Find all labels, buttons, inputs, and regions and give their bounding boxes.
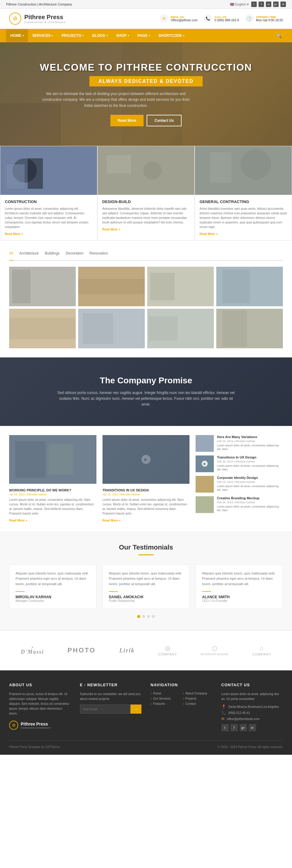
portfolio-item[interactable]: [147, 267, 214, 306]
company-icon-1: ◎: [165, 645, 170, 652]
portfolio-item[interactable]: [9, 309, 76, 348]
nav-features[interactable]: Features: [151, 702, 180, 706]
portfolio-item[interactable]: [216, 309, 283, 348]
blog-img-2: ▶: [102, 435, 190, 484]
footer-nav-cols: Home Our Services Features About Company…: [151, 692, 212, 707]
service-card-construction: CONSTRUCTION Lorem ipsum dolor sit amet,…: [0, 146, 97, 241]
heart-icon[interactable]: ♥: [281, 2, 286, 7]
nav-item-home[interactable]: HOME ▾: [6, 29, 28, 42]
email-icon-footer: ✉: [221, 717, 225, 721]
nav-item-shop[interactable]: SHOP ▾: [112, 29, 133, 42]
filter-all[interactable]: All: [9, 250, 13, 260]
blog-title-main-2: TRANSITIONS IN UX DESIGN: [102, 488, 190, 492]
nav-projects[interactable]: Projects: [183, 697, 212, 700]
svg-rect-32: [48, 444, 73, 475]
logo-text: Pithree Press Construction & Architectur…: [24, 14, 66, 24]
portfolio-item[interactable]: [78, 309, 145, 348]
svg-rect-7: [28, 158, 43, 189]
footer-facebook-icon[interactable]: f: [231, 724, 238, 731]
read-more-contracting[interactable]: Read More »: [199, 232, 287, 236]
partner-logo-2: PHOTO: [67, 640, 96, 661]
googleplus-icon[interactable]: g+: [273, 2, 279, 7]
svg-rect-31: [15, 441, 45, 478]
testimonial-name-2: DANIEL AMOKACHI: [109, 595, 184, 599]
svg-rect-25: [83, 313, 113, 344]
filter-buildings[interactable]: Buildings: [45, 250, 60, 257]
footer-newsletter: E - NEWSLETTER Subscribe to our newslett…: [80, 683, 142, 731]
svg-rect-34: [196, 435, 214, 452]
testimonials-title: Our Testimonials: [9, 544, 283, 551]
facebook-icon[interactable]: f: [259, 2, 264, 7]
blog-side-thumb-3: [196, 476, 214, 493]
footer-bottom: Pithree Press Template by GSTHeme © 2020…: [9, 740, 283, 749]
portfolio-item[interactable]: [216, 267, 283, 306]
logo[interactable]: ⚙ Pithree Press Construction & Architect…: [9, 12, 66, 25]
service-content-contracting: GENERAL CONTRACTING Animi blanditiis inv…: [195, 195, 292, 240]
service-img-contracting: [195, 146, 292, 195]
filter-decoration[interactable]: Decoration: [66, 250, 83, 257]
filter-architecture[interactable]: Architecture: [19, 250, 39, 257]
blog-side-item-1: Here Are Many Variations Feb 26, 2015 | …: [196, 435, 283, 452]
dot-1[interactable]: [137, 615, 140, 618]
nav-about[interactable]: About Company: [183, 692, 212, 695]
footer-linkedin-icon[interactable]: in: [249, 724, 256, 731]
svg-rect-6: [6, 164, 25, 189]
nav-contact[interactable]: Contact: [183, 702, 212, 706]
twitter-icon[interactable]: t: [251, 2, 257, 7]
testimonial-name-3: ALANCE SMITH: [202, 595, 277, 599]
hero-desc: We aim to eliminate the task of dividing…: [40, 91, 192, 109]
top-bar: Pithree Construction | Architecture Comp…: [0, 0, 292, 9]
dot-4[interactable]: [152, 615, 155, 618]
contact-us-button[interactable]: Contact Us: [147, 115, 182, 126]
svg-point-13: [240, 149, 271, 180]
nav-item-blogs[interactable]: BLOGS ▾: [88, 29, 112, 42]
blog-side-thumb-4: [196, 496, 214, 513]
portfolio-item[interactable]: [9, 267, 76, 306]
header: ⚙ Pithree Press Construction & Architect…: [0, 9, 292, 29]
language-selector[interactable]: 🇬🇧 English ▾: [230, 2, 249, 6]
newsletter-submit[interactable]: →: [130, 705, 141, 714]
read-more-construction[interactable]: Read More »: [5, 232, 93, 236]
testimonials-grid: Aliquam quis lobortis lorem, quis malesu…: [9, 564, 283, 609]
footer-logo[interactable]: ⚙ Pithree Press Construction & Architect…: [9, 721, 71, 730]
nav-home[interactable]: Home: [151, 692, 180, 695]
read-more-blog-2[interactable]: Read More »: [102, 519, 190, 522]
svg-rect-9: [107, 155, 131, 174]
filter-renovation[interactable]: Renovation: [90, 250, 108, 257]
blog-desc-2: Lorem ipsum dolor sit amet, consectetur …: [102, 497, 190, 516]
blog-title-main-1: WORKING PRINCIPLE, DO WE WORK?: [9, 488, 96, 492]
linkedin-icon[interactable]: in: [266, 2, 271, 7]
footer-googleplus-icon[interactable]: g+: [240, 724, 247, 731]
dot-2[interactable]: [142, 615, 145, 618]
footer-twitter-icon[interactable]: t: [221, 724, 229, 731]
social-icons: t f in g+ ♥: [251, 2, 286, 7]
phone-info: CALL US 0 (666) 888-182-8: [215, 16, 239, 22]
newsletter-form: →: [80, 705, 142, 714]
blog-side-content-3: Corporate Identity Design Feb 26, 2015 |…: [217, 476, 283, 493]
nav-item-projects[interactable]: PROJECTS ▾: [57, 29, 88, 42]
read-more-button[interactable]: Read More: [110, 115, 143, 126]
newsletter-input[interactable]: [80, 705, 131, 714]
nav-item-page[interactable]: PAGE ▾: [133, 29, 154, 42]
nav-services[interactable]: Our Services: [151, 697, 180, 700]
footer-grid: ABOUT US Praesent eu purus, luctus et te…: [9, 683, 283, 731]
search-icon[interactable]: 🔍: [272, 29, 286, 42]
nav-item-services[interactable]: SERVICES ▾: [28, 29, 57, 42]
testimonial-role-1: Manager Constructor: [15, 599, 90, 602]
portfolio-item[interactable]: [78, 267, 145, 306]
read-more-design[interactable]: Read More »: [102, 228, 190, 231]
footer-contact-text: Lorem ipsum dolor sit amet, adipiscing d…: [221, 692, 283, 702]
blog-side-item-4: Creative Branding Mockup Feb 26, 2015 | …: [196, 496, 283, 513]
nav-item-shortcode[interactable]: SHORTCODE ▾: [154, 29, 189, 42]
company-icon-2: ⌂: [260, 645, 263, 652]
service-title-design: DESIGN-BUILD: [102, 199, 190, 204]
read-more-blog-1[interactable]: Read More »: [9, 519, 96, 522]
promise-section: The Company Promise Sed ultrices porta c…: [0, 358, 292, 426]
portfolio-item[interactable]: [147, 309, 214, 348]
portfolio-grid: [9, 267, 283, 348]
svg-rect-37: [196, 496, 214, 513]
blog-grid: WORKING PRINCIPLE, DO WE WORK? Apr 25, 2…: [9, 435, 283, 522]
testimonial-role-2: Public Relationship: [109, 599, 184, 602]
testimonial-name-1: MIROSLAV KARHAN: [15, 595, 90, 599]
dot-3[interactable]: [147, 615, 150, 618]
